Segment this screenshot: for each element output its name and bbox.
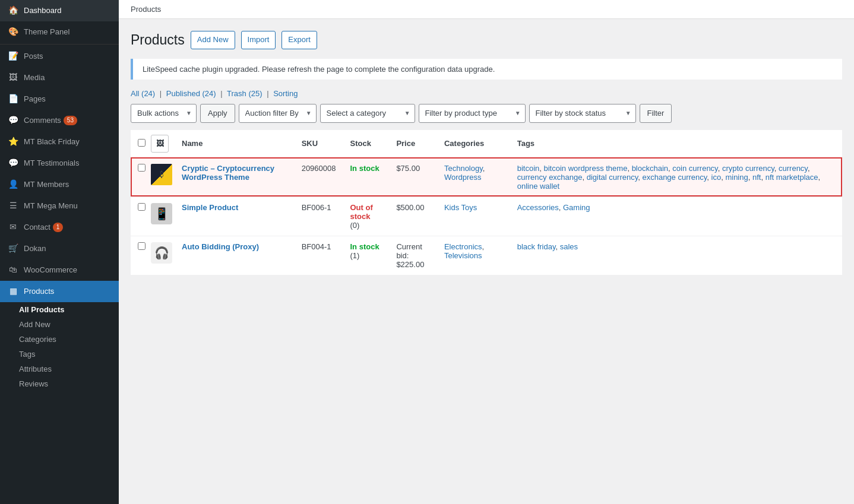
bulk-actions-select[interactable]: Bulk actions [131, 104, 197, 123]
tag-link[interactable]: ico [711, 173, 722, 182]
filter-links: All (24) | Published (24) | Trash (25) |… [131, 89, 842, 98]
dokan-icon: 🛒 [7, 243, 19, 255]
sidebar-sub-item-tags[interactable]: Tags [0, 347, 119, 362]
sidebar-item-theme-panel[interactable]: 🎨 Theme Panel [0, 21, 119, 43]
sidebar-item-pages[interactable]: 📄 Pages [0, 88, 119, 110]
apply-button[interactable]: Apply [200, 104, 235, 123]
select-all-checkbox[interactable] [138, 139, 146, 147]
row-tags-cell: bitcoin, bitcoin wordpress theme, blockc… [510, 157, 842, 196]
export-button[interactable]: Export [281, 31, 317, 49]
product-name-link[interactable]: Cryptic – Cryptocurrency WordPress Theme [182, 164, 274, 182]
product-type-wrap: Filter by product type ▼ [419, 104, 526, 123]
auction-filter-select[interactable]: Auction filter By [239, 104, 317, 123]
sidebar-item-label: Comments [24, 115, 61, 126]
topbar: Products [119, 0, 854, 19]
filter-button[interactable]: Filter [640, 104, 672, 123]
import-button[interactable]: Import [241, 31, 276, 49]
main-content: Products Products Add New Import Export … [119, 0, 854, 504]
category-link[interactable]: Kids Toys [444, 203, 477, 212]
filter-link-sorting[interactable]: Sorting [273, 89, 298, 98]
sidebar-item-mt-black-friday[interactable]: ⭐ MT Black Friday [0, 131, 119, 153]
tag-link[interactable]: black friday [517, 242, 556, 251]
sidebar-item-woocommerce[interactable]: 🛍 WooCommerce [0, 259, 119, 281]
category-link[interactable]: Televisions [444, 251, 482, 260]
sidebar-sub-item-reviews[interactable]: Reviews [0, 376, 119, 391]
product-type-select[interactable]: Filter by product type [419, 104, 526, 123]
category-filter-select[interactable]: Select a category [320, 104, 415, 123]
tag-link[interactable]: blockchain [632, 164, 668, 173]
sub-item-label: Reviews [19, 379, 48, 388]
tag-link[interactable]: digital currency [587, 173, 638, 182]
sidebar: 🏠 Dashboard 🎨 Theme Panel 📝 Posts 🖼 Medi… [0, 0, 119, 504]
sidebar-item-label: Posts [24, 51, 43, 62]
category-link[interactable]: Electronics [444, 242, 482, 251]
sidebar-item-products[interactable]: ▦ Products [0, 281, 119, 302]
tag-link[interactable]: sales [560, 242, 578, 251]
sidebar-item-label: Contact [24, 222, 50, 233]
add-new-button[interactable]: Add New [191, 31, 235, 49]
sidebar-item-label: Dokan [24, 243, 46, 254]
stock-status: Out of stock [350, 203, 373, 221]
row-price-cell: $500.00 [389, 196, 437, 236]
sidebar-sub-item-add-new[interactable]: Add New [0, 317, 119, 332]
sidebar-item-label: MT Black Friday [24, 137, 80, 147]
product-name-link[interactable]: Auto Bidding (Proxy) [182, 242, 259, 251]
tag-link[interactable]: mining [725, 173, 748, 182]
tag-link[interactable]: coin currency [672, 164, 717, 173]
row-name-cell: Cryptic – Cryptocurrency WordPress Theme [175, 157, 295, 196]
category-link[interactable]: Technology [444, 164, 483, 173]
stock-status: In stock [350, 242, 379, 251]
sidebar-sub-item-categories[interactable]: Categories [0, 332, 119, 347]
row-thumb-cell: 🎧 [148, 236, 175, 275]
tag-link[interactable]: currency exchange [517, 173, 583, 182]
tag-link[interactable]: Accessories [517, 203, 559, 212]
sidebar-item-dokan[interactable]: 🛒 Dokan [0, 238, 119, 259]
tag-link[interactable]: online wallet [517, 182, 560, 191]
tag-link[interactable]: nft [752, 173, 761, 182]
tag-link[interactable]: currency [779, 164, 808, 173]
table-row: 🎧 Auto Bidding (Proxy) BF004-1 In stock … [131, 236, 842, 275]
woocommerce-icon: 🛍 [7, 264, 19, 276]
sidebar-item-dashboard[interactable]: 🏠 Dashboard [0, 0, 119, 21]
tag-link[interactable]: bitcoin [517, 164, 540, 173]
sub-item-label: Categories [19, 335, 56, 344]
tag-link[interactable]: bitcoin wordpress theme [543, 164, 627, 173]
auction-filter-wrap: Auction filter By ▼ [239, 104, 317, 123]
sidebar-sub-item-attributes[interactable]: Attributes [0, 362, 119, 376]
filter-row: Bulk actions ▼ Apply Auction filter By ▼… [131, 104, 842, 123]
sidebar-item-posts[interactable]: 📝 Posts [0, 46, 119, 67]
sidebar-item-label: Pages [24, 94, 46, 104]
row-checkbox[interactable] [138, 242, 146, 250]
sidebar-item-mt-testimonials[interactable]: 💬 MT Testimonials [0, 153, 119, 174]
content-area: Products Add New Import Export LiteSpeed… [119, 19, 854, 504]
product-name-link[interactable]: Simple Product [182, 203, 238, 212]
sidebar-sub-item-all-products[interactable]: All Products [0, 302, 119, 317]
sidebar-item-media[interactable]: 🖼 Media [0, 67, 119, 88]
row-tags-cell: black friday, sales [510, 236, 842, 275]
sidebar-item-comments[interactable]: 💬 Comments 53 [0, 110, 119, 131]
col-thumb: 🖼 [148, 130, 175, 158]
sidebar-item-mt-mega-menu[interactable]: ☰ MT Mega Menu [0, 195, 119, 217]
row-checkbox[interactable] [138, 164, 146, 172]
category-link[interactable]: Wordpress [444, 173, 482, 182]
tag-link[interactable]: nft marketplace [766, 173, 818, 182]
sidebar-item-mt-members[interactable]: 👤 MT Members [0, 174, 119, 195]
sidebar-item-label: Dashboard [24, 5, 62, 16]
filter-link-published[interactable]: Published (24) [166, 89, 216, 98]
tag-link[interactable]: exchange currency [642, 173, 707, 182]
row-checkbox-cell [131, 157, 148, 196]
row-checkbox-cell [131, 196, 148, 236]
row-categories-cell: Kids Toys [437, 196, 510, 236]
filter-link-trash[interactable]: Trash (25) [227, 89, 262, 98]
sidebar-item-label: MT Mega Menu [24, 201, 78, 211]
row-checkbox[interactable] [138, 203, 146, 211]
row-sku-cell: 20960008 [295, 157, 343, 196]
stock-status-select[interactable]: Filter by stock status [529, 104, 636, 123]
tag-link[interactable]: crypto currency [722, 164, 774, 173]
sidebar-item-contact[interactable]: ✉ Contact 1 [0, 217, 119, 238]
row-stock-cell: Out of stock(0) [343, 196, 390, 236]
col-sku: SKU [295, 130, 343, 158]
col-tags: Tags [510, 130, 842, 158]
tag-link[interactable]: Gaming [563, 203, 590, 212]
filter-link-all[interactable]: All (24) [131, 89, 155, 98]
